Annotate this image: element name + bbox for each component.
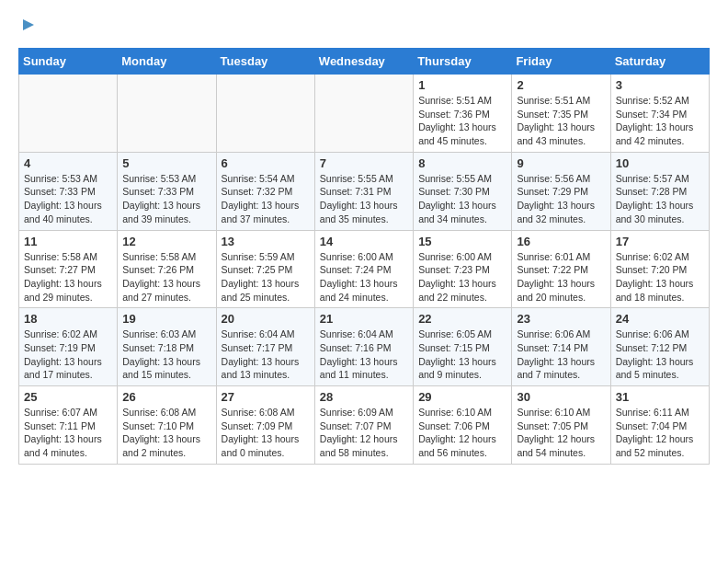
- day-number: 29: [418, 390, 506, 404]
- calendar-cell: 24Sunrise: 6:06 AM Sunset: 7:12 PM Dayli…: [610, 308, 709, 386]
- day-info: Sunrise: 6:00 AM Sunset: 7:23 PM Dayligh…: [418, 250, 506, 304]
- day-info: Sunrise: 5:55 AM Sunset: 7:30 PM Dayligh…: [418, 172, 506, 226]
- calendar-week-row: 18Sunrise: 6:02 AM Sunset: 7:19 PM Dayli…: [19, 308, 710, 386]
- day-info: Sunrise: 6:09 AM Sunset: 7:07 PM Dayligh…: [320, 406, 408, 460]
- calendar-cell: 22Sunrise: 6:05 AM Sunset: 7:15 PM Dayli…: [414, 308, 512, 386]
- day-number: 25: [24, 390, 112, 404]
- calendar-table: SundayMondayTuesdayWednesdayThursdayFrid…: [18, 48, 710, 465]
- calendar-cell: 30Sunrise: 6:10 AM Sunset: 7:05 PM Dayli…: [512, 386, 610, 465]
- day-number: 11: [24, 235, 112, 248]
- calendar-cell: 25Sunrise: 6:07 AM Sunset: 7:11 PM Dayli…: [19, 386, 118, 465]
- calendar-cell: 19Sunrise: 6:03 AM Sunset: 7:18 PM Dayli…: [118, 308, 216, 386]
- calendar-cell: 9Sunrise: 5:56 AM Sunset: 7:29 PM Daylig…: [512, 152, 610, 230]
- day-number: 2: [517, 78, 605, 92]
- weekday-header: Saturday: [610, 49, 709, 75]
- calendar-cell: 10Sunrise: 5:57 AM Sunset: 7:28 PM Dayli…: [610, 152, 709, 230]
- calendar-week-row: 4Sunrise: 5:53 AM Sunset: 7:33 PM Daylig…: [19, 152, 710, 230]
- page-header: [18, 18, 710, 33]
- day-number: 13: [222, 235, 310, 248]
- day-info: Sunrise: 6:10 AM Sunset: 7:05 PM Dayligh…: [517, 406, 605, 460]
- calendar-week-row: 1Sunrise: 5:51 AM Sunset: 7:36 PM Daylig…: [19, 75, 710, 153]
- calendar-cell: 26Sunrise: 6:08 AM Sunset: 7:10 PM Dayli…: [118, 386, 216, 465]
- calendar-cell: 29Sunrise: 6:10 AM Sunset: 7:06 PM Dayli…: [414, 386, 512, 465]
- logo-arrow-icon: [20, 17, 37, 33]
- day-info: Sunrise: 6:08 AM Sunset: 7:09 PM Dayligh…: [222, 406, 310, 460]
- calendar-cell: 27Sunrise: 6:08 AM Sunset: 7:09 PM Dayli…: [216, 386, 314, 465]
- calendar-body: 1Sunrise: 5:51 AM Sunset: 7:36 PM Daylig…: [19, 75, 710, 465]
- calendar-cell: 31Sunrise: 6:11 AM Sunset: 7:04 PM Dayli…: [610, 386, 709, 465]
- day-info: Sunrise: 5:57 AM Sunset: 7:28 PM Dayligh…: [616, 172, 704, 226]
- day-number: 16: [517, 235, 605, 248]
- day-number: 7: [320, 156, 408, 170]
- calendar-cell: 14Sunrise: 6:00 AM Sunset: 7:24 PM Dayli…: [314, 230, 413, 308]
- calendar-cell: [19, 75, 118, 153]
- day-info: Sunrise: 5:55 AM Sunset: 7:31 PM Dayligh…: [320, 172, 408, 226]
- weekday-header: Wednesday: [314, 49, 413, 75]
- day-number: 12: [122, 235, 210, 248]
- day-number: 9: [517, 156, 605, 170]
- day-info: Sunrise: 5:54 AM Sunset: 7:32 PM Dayligh…: [222, 172, 310, 226]
- day-number: 10: [616, 156, 704, 170]
- calendar-cell: 28Sunrise: 6:09 AM Sunset: 7:07 PM Dayli…: [314, 386, 413, 465]
- weekday-header: Friday: [512, 49, 610, 75]
- calendar-cell: 5Sunrise: 5:53 AM Sunset: 7:33 PM Daylig…: [118, 152, 216, 230]
- calendar-cell: 15Sunrise: 6:00 AM Sunset: 7:23 PM Dayli…: [414, 230, 512, 308]
- day-number: 23: [517, 312, 605, 326]
- day-number: 21: [320, 312, 408, 326]
- day-info: Sunrise: 5:51 AM Sunset: 7:35 PM Dayligh…: [517, 94, 605, 148]
- day-info: Sunrise: 6:04 AM Sunset: 7:17 PM Dayligh…: [222, 327, 310, 382]
- day-number: 3: [616, 78, 704, 92]
- day-info: Sunrise: 5:51 AM Sunset: 7:36 PM Dayligh…: [418, 94, 506, 148]
- calendar-cell: 20Sunrise: 6:04 AM Sunset: 7:17 PM Dayli…: [216, 308, 314, 386]
- day-info: Sunrise: 5:58 AM Sunset: 7:26 PM Dayligh…: [122, 250, 210, 304]
- calendar-cell: [216, 75, 314, 153]
- day-info: Sunrise: 6:07 AM Sunset: 7:11 PM Dayligh…: [24, 406, 112, 460]
- calendar-header: SundayMondayTuesdayWednesdayThursdayFrid…: [19, 49, 710, 75]
- calendar-cell: 12Sunrise: 5:58 AM Sunset: 7:26 PM Dayli…: [118, 230, 216, 308]
- svg-marker-0: [23, 19, 34, 30]
- weekday-header: Sunday: [19, 49, 118, 75]
- day-info: Sunrise: 6:03 AM Sunset: 7:18 PM Dayligh…: [122, 327, 210, 382]
- day-number: 27: [222, 390, 310, 404]
- calendar-week-row: 25Sunrise: 6:07 AM Sunset: 7:11 PM Dayli…: [19, 386, 710, 465]
- day-info: Sunrise: 6:06 AM Sunset: 7:14 PM Dayligh…: [517, 327, 605, 382]
- weekday-header: Thursday: [414, 49, 512, 75]
- day-number: 14: [320, 235, 408, 248]
- calendar-week-row: 11Sunrise: 5:58 AM Sunset: 7:27 PM Dayli…: [19, 230, 710, 308]
- day-number: 8: [418, 156, 506, 170]
- day-number: 1: [418, 78, 506, 92]
- day-number: 22: [418, 312, 506, 326]
- day-info: Sunrise: 5:58 AM Sunset: 7:27 PM Dayligh…: [24, 250, 112, 304]
- day-info: Sunrise: 5:53 AM Sunset: 7:33 PM Dayligh…: [122, 172, 210, 226]
- day-info: Sunrise: 6:00 AM Sunset: 7:24 PM Dayligh…: [320, 250, 408, 304]
- calendar-cell: 3Sunrise: 5:52 AM Sunset: 7:34 PM Daylig…: [610, 75, 709, 153]
- day-info: Sunrise: 5:53 AM Sunset: 7:33 PM Dayligh…: [24, 172, 112, 226]
- calendar-cell: [314, 75, 413, 153]
- day-number: 20: [222, 312, 310, 326]
- calendar-cell: 13Sunrise: 5:59 AM Sunset: 7:25 PM Dayli…: [216, 230, 314, 308]
- calendar-cell: 7Sunrise: 5:55 AM Sunset: 7:31 PM Daylig…: [314, 152, 413, 230]
- logo: [18, 18, 37, 33]
- day-number: 26: [122, 390, 210, 404]
- day-number: 5: [122, 156, 210, 170]
- day-number: 18: [24, 312, 112, 326]
- calendar-cell: 23Sunrise: 6:06 AM Sunset: 7:14 PM Dayli…: [512, 308, 610, 386]
- day-info: Sunrise: 6:04 AM Sunset: 7:16 PM Dayligh…: [320, 327, 408, 382]
- calendar-cell: 16Sunrise: 6:01 AM Sunset: 7:22 PM Dayli…: [512, 230, 610, 308]
- calendar-cell: 17Sunrise: 6:02 AM Sunset: 7:20 PM Dayli…: [610, 230, 709, 308]
- calendar-cell: 2Sunrise: 5:51 AM Sunset: 7:35 PM Daylig…: [512, 75, 610, 153]
- calendar-cell: 4Sunrise: 5:53 AM Sunset: 7:33 PM Daylig…: [19, 152, 118, 230]
- day-number: 6: [222, 156, 310, 170]
- day-number: 17: [616, 235, 704, 248]
- calendar-cell: 6Sunrise: 5:54 AM Sunset: 7:32 PM Daylig…: [216, 152, 314, 230]
- calendar-cell: 8Sunrise: 5:55 AM Sunset: 7:30 PM Daylig…: [414, 152, 512, 230]
- weekday-header: Monday: [118, 49, 216, 75]
- day-info: Sunrise: 6:05 AM Sunset: 7:15 PM Dayligh…: [418, 327, 506, 382]
- day-info: Sunrise: 6:08 AM Sunset: 7:10 PM Dayligh…: [122, 406, 210, 460]
- day-number: 31: [616, 390, 704, 404]
- weekday-header: Tuesday: [216, 49, 314, 75]
- day-info: Sunrise: 6:11 AM Sunset: 7:04 PM Dayligh…: [616, 406, 704, 460]
- day-info: Sunrise: 6:02 AM Sunset: 7:19 PM Dayligh…: [24, 327, 112, 382]
- day-info: Sunrise: 6:10 AM Sunset: 7:06 PM Dayligh…: [418, 406, 506, 460]
- day-number: 28: [320, 390, 408, 404]
